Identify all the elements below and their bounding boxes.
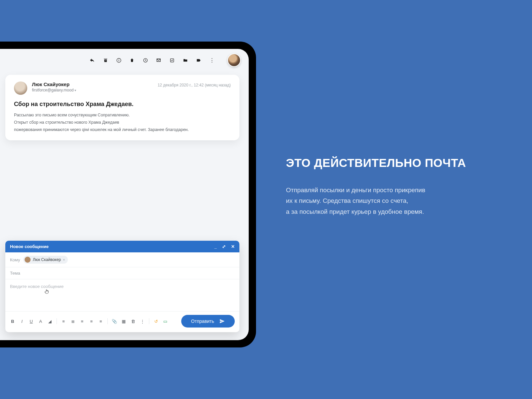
compose-window-controls: _ ⤢ ✕ (214, 244, 235, 249)
reply-icon[interactable] (89, 57, 95, 63)
align-right-icon[interactable]: ≡ (98, 319, 103, 324)
app-screen: ⋮ ☆ ☆ ☆ ★ ★ ный Люк Скайуокер firs (0, 49, 249, 340)
mail-icon[interactable] (156, 57, 162, 63)
clock-icon[interactable] (142, 57, 148, 63)
svg-rect-4 (170, 59, 174, 62)
archive-icon[interactable] (102, 57, 108, 63)
hero-section: ЭТО ДЕЙСТВИТЕЛЬНО ПОЧТА Отправляй посылк… (286, 156, 466, 217)
svg-rect-2 (118, 59, 119, 59)
sender-avatar[interactable] (14, 81, 27, 95)
list-bullet-icon[interactable]: ≣ (70, 319, 75, 324)
sender-name: Люк Скайуокер (32, 81, 153, 87)
send-icon (219, 319, 225, 324)
cursor-pointer-icon (44, 289, 50, 296)
to-label: Кому (10, 257, 20, 262)
format-toolbar: B I U A ◢ ≡ ≣ ≡ ≡ ≡ 📎 ▦ 🗑 ⋮ (10, 318, 168, 324)
trash-icon[interactable]: 🗑 (130, 319, 136, 324)
hero-body: Отправляй посылки и деньги просто прикре… (286, 185, 466, 217)
text-color-icon[interactable]: A (38, 319, 43, 324)
toolbar-divider (149, 318, 149, 324)
minimize-icon[interactable]: _ (214, 244, 217, 249)
sender-email[interactable]: firstforce@galaxy.mood (32, 88, 153, 92)
svg-rect-1 (118, 60, 119, 61)
image-icon[interactable]: ▦ (121, 319, 126, 324)
compose-footer: B I U A ◢ ≡ ≣ ≡ ≡ ≡ 📎 ▦ 🗑 ⋮ (5, 311, 239, 332)
attachment-icon[interactable]: 📎 (112, 319, 117, 324)
hero-line: Отправляй посылки и деньги просто прикре… (286, 187, 425, 194)
email-body-line: Открыт сбор на строительство нового Храм… (14, 119, 231, 126)
underline-icon[interactable]: U (29, 319, 34, 324)
chip-avatar (25, 257, 31, 263)
sender-info: Люк Скайуокер firstforce@galaxy.mood (32, 81, 153, 92)
compose-window: Новое сообщение _ ⤢ ✕ Кому Люк Скайвокер… (5, 241, 239, 332)
hero-line: а за посылкой придет курьер в удобное вр… (286, 208, 424, 215)
italic-icon[interactable]: I (19, 319, 25, 324)
send-button[interactable]: Отправить (181, 315, 235, 328)
user-avatar[interactable] (227, 54, 241, 67)
email-subject: Сбор на строительство Храма Джедаев. (14, 101, 231, 108)
fill-color-icon[interactable]: ◢ (47, 319, 53, 324)
bold-icon[interactable]: B (10, 319, 15, 324)
recipient-chip[interactable]: Люк Скайвокер × (23, 256, 67, 264)
money-icon[interactable]: ▭ (163, 319, 168, 324)
close-icon[interactable]: ✕ (231, 244, 235, 249)
email-body-line: пожервования принимаются через qiwi коше… (14, 126, 231, 133)
subject-label: Тема (10, 271, 20, 276)
body-placeholder: Введите новое сообщение (10, 284, 64, 289)
chip-remove-icon[interactable]: × (63, 258, 65, 262)
compose-subject-row[interactable]: Тема (5, 267, 239, 279)
email-body-line: Рассылаю это письмо всем сочуствующим Со… (14, 112, 231, 118)
recipient-name: Люк Скайвокер (33, 257, 61, 262)
email-body: Рассылаю это письмо всем сочуствующим Со… (14, 112, 231, 133)
compose-header[interactable]: Новое сообщение _ ⤢ ✕ (5, 241, 239, 252)
top-toolbar: ⋮ (0, 49, 249, 71)
email-header: Люк Скайуокер firstforce@galaxy.mood 12 … (14, 81, 231, 95)
email-card: Люк Скайуокер firstforce@galaxy.mood 12 … (5, 75, 239, 140)
tablet-frame: ⋮ ☆ ☆ ☆ ★ ★ ный Люк Скайуокер firs (0, 42, 256, 347)
hero-line: их к письму. Средства спишутся со счета, (286, 197, 408, 204)
folder-icon[interactable] (182, 57, 188, 63)
check-icon[interactable] (169, 57, 175, 63)
list-ordered-icon[interactable]: ≡ (61, 319, 66, 324)
expand-icon[interactable]: ⤢ (222, 244, 226, 249)
toolbar-divider (107, 318, 108, 324)
more-format-icon[interactable]: ⋮ (140, 319, 145, 324)
align-left-icon[interactable]: ≡ (79, 319, 85, 324)
label-icon[interactable] (196, 57, 201, 63)
compose-to-row[interactable]: Кому Люк Скайвокер × (5, 252, 239, 267)
info-icon[interactable] (116, 57, 122, 63)
more-icon[interactable]: ⋮ (209, 57, 215, 63)
delete-icon[interactable] (129, 57, 135, 63)
compose-body-input[interactable]: Введите новое сообщение (5, 279, 239, 311)
send-button-label: Отправить (191, 319, 214, 324)
undo-icon[interactable]: ↺ (153, 319, 159, 324)
toolbar-icon-group: ⋮ (89, 57, 215, 63)
align-center-icon[interactable]: ≡ (89, 319, 94, 324)
toolbar-divider (57, 318, 57, 324)
email-date: 12 декабря 2020 г., 12:42 (месяц назад) (158, 83, 231, 87)
hero-headline: ЭТО ДЕЙСТВИТЕЛЬНО ПОЧТА (286, 156, 466, 170)
compose-title: Новое сообщение (10, 244, 49, 249)
